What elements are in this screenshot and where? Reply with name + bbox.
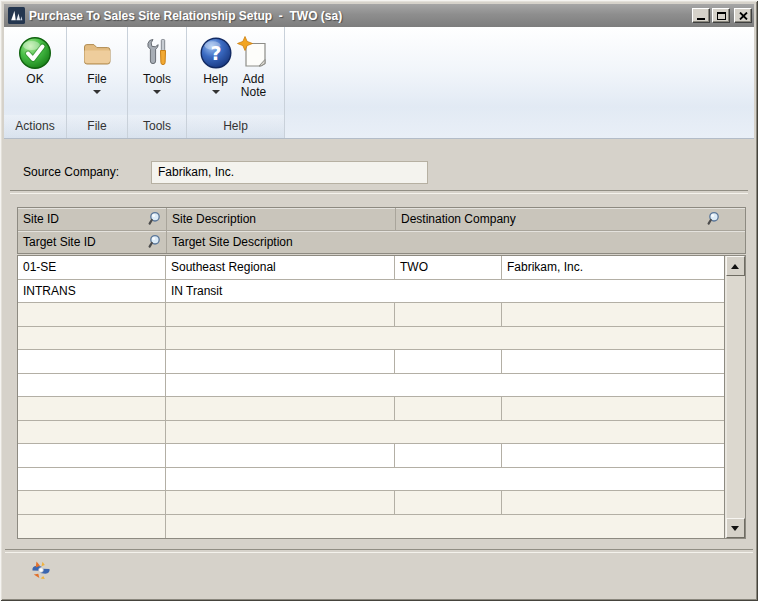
ok-button[interactable]: OK bbox=[18, 27, 52, 115]
help-question-icon: ? bbox=[199, 36, 233, 70]
grid-row-site bbox=[18, 444, 724, 468]
cell-destination-company-id[interactable] bbox=[395, 491, 502, 514]
cell-target-site-description[interactable]: IN Transit bbox=[166, 280, 724, 303]
cell-site-id[interactable] bbox=[18, 303, 166, 326]
cell-target-site-id[interactable] bbox=[18, 374, 166, 397]
header-target-site-id-label: Target Site ID bbox=[23, 235, 96, 249]
arrow-down-icon bbox=[731, 526, 739, 531]
add-note-icon bbox=[237, 36, 271, 70]
destination-company-lookup-icon[interactable] bbox=[707, 211, 723, 227]
cell-target-site-description[interactable] bbox=[166, 421, 724, 444]
titlebar[interactable]: Purchase To Sales Site Relationship Setu… bbox=[4, 4, 754, 27]
cell-destination-company-name[interactable]: Fabrikam, Inc. bbox=[502, 256, 724, 279]
cell-target-site-description[interactable] bbox=[166, 515, 724, 539]
arrow-up-icon bbox=[731, 264, 739, 269]
divider bbox=[10, 190, 748, 194]
cell-site-description[interactable] bbox=[166, 491, 395, 514]
target-site-id-lookup-icon[interactable] bbox=[148, 234, 164, 250]
maximize-icon bbox=[717, 12, 726, 20]
toolbar-group-file: File File bbox=[67, 27, 128, 138]
grid-row-target: INTRANS IN Transit bbox=[18, 280, 724, 304]
header-site-id: Site ID bbox=[18, 208, 167, 230]
toolbar-group-label-help: Help bbox=[187, 115, 284, 138]
cell-destination-company-name[interactable] bbox=[502, 444, 724, 467]
grid-row-site bbox=[18, 350, 724, 374]
header-target-site-description: Target Site Description bbox=[167, 231, 745, 253]
cell-target-site-description[interactable] bbox=[166, 327, 724, 350]
grid-row-target bbox=[18, 468, 724, 492]
toolbar-group-help: ? Help Add Note Help bbox=[187, 27, 285, 138]
grid-row-site bbox=[18, 491, 724, 515]
window: Purchase To Sales Site Relationship Setu… bbox=[0, 0, 758, 601]
cell-target-site-id[interactable] bbox=[18, 468, 166, 491]
cell-target-site-id[interactable] bbox=[18, 421, 166, 444]
header-target-site-id: Target Site ID bbox=[18, 231, 167, 253]
toolbar: OK Actions File File bbox=[4, 27, 754, 139]
gp-pinwheel-icon bbox=[30, 559, 52, 581]
site-id-lookup-icon[interactable] bbox=[148, 211, 164, 227]
grid-header-row-2: Target Site ID Target Site Description bbox=[18, 231, 745, 253]
cell-site-description[interactable]: Southeast Regional bbox=[166, 256, 395, 279]
svg-text:?: ? bbox=[210, 42, 221, 64]
help-button[interactable]: ? Help bbox=[199, 27, 233, 115]
cell-destination-company-name[interactable] bbox=[502, 350, 724, 373]
toolbar-group-label-actions: Actions bbox=[4, 115, 66, 138]
tools-button-label: Tools bbox=[143, 73, 171, 86]
maximize-button[interactable] bbox=[712, 8, 730, 23]
file-button-label: File bbox=[87, 73, 106, 86]
grid-row-site: 01-SE Southeast Regional TWO Fabrikam, I… bbox=[18, 256, 724, 280]
grid-row-site bbox=[18, 303, 724, 327]
toolbar-group-label-tools: Tools bbox=[128, 115, 186, 138]
cell-destination-company-id[interactable]: TWO bbox=[395, 256, 502, 279]
toolbar-group-actions: OK Actions bbox=[4, 27, 67, 138]
add-note-button[interactable]: Add Note bbox=[235, 27, 273, 115]
cell-site-description[interactable] bbox=[166, 350, 395, 373]
toolbar-group-label-file: File bbox=[67, 115, 127, 138]
cell-destination-company-id[interactable] bbox=[395, 397, 502, 420]
cell-destination-company-name[interactable] bbox=[502, 303, 724, 326]
cell-site-description[interactable] bbox=[166, 303, 395, 326]
grid-row-target bbox=[18, 374, 724, 398]
cell-destination-company-id[interactable] bbox=[395, 444, 502, 467]
tools-button[interactable]: Tools bbox=[140, 27, 174, 115]
cell-site-id[interactable] bbox=[18, 491, 166, 514]
cell-target-site-description[interactable] bbox=[166, 468, 724, 491]
add-note-button-label: Add Note bbox=[235, 73, 273, 99]
chevron-down-icon bbox=[153, 90, 161, 94]
grid-row-target bbox=[18, 327, 724, 351]
cell-destination-company-name[interactable] bbox=[502, 491, 724, 514]
cell-target-site-id[interactable]: INTRANS bbox=[18, 280, 166, 303]
cell-target-site-id[interactable] bbox=[18, 515, 166, 539]
minimize-icon bbox=[697, 18, 705, 20]
cell-site-id[interactable] bbox=[18, 397, 166, 420]
grid-row-target bbox=[18, 515, 724, 539]
grid-row-target bbox=[18, 421, 724, 445]
cell-site-id[interactable]: 01-SE bbox=[18, 256, 166, 279]
chevron-down-icon bbox=[212, 90, 220, 94]
file-button[interactable]: File bbox=[80, 27, 114, 115]
chevron-down-icon bbox=[93, 90, 101, 94]
cell-destination-company-id[interactable] bbox=[395, 303, 502, 326]
scroll-up-button[interactable] bbox=[726, 256, 745, 276]
dynamics-gp-logo-icon bbox=[8, 7, 25, 24]
close-button[interactable] bbox=[734, 8, 752, 23]
ok-button-label: OK bbox=[26, 73, 43, 86]
vertical-scrollbar[interactable] bbox=[724, 256, 745, 538]
header-destination-company-label: Destination Company bbox=[401, 212, 516, 226]
source-company-label: Source Company: bbox=[23, 165, 119, 179]
cell-site-id[interactable] bbox=[18, 444, 166, 467]
help-button-label: Help bbox=[203, 73, 228, 86]
header-destination-company: Destination Company bbox=[396, 208, 745, 230]
cell-target-site-description[interactable] bbox=[166, 374, 724, 397]
cell-site-id[interactable] bbox=[18, 350, 166, 373]
ok-check-icon bbox=[18, 36, 52, 70]
close-icon bbox=[739, 12, 748, 20]
wrench-screwdriver-icon bbox=[140, 36, 174, 70]
cell-target-site-id[interactable] bbox=[18, 327, 166, 350]
cell-destination-company-name[interactable] bbox=[502, 397, 724, 420]
minimize-button[interactable] bbox=[692, 8, 710, 23]
cell-site-description[interactable] bbox=[166, 444, 395, 467]
cell-destination-company-id[interactable] bbox=[395, 350, 502, 373]
cell-site-description[interactable] bbox=[166, 397, 395, 420]
scroll-down-button[interactable] bbox=[726, 518, 745, 538]
